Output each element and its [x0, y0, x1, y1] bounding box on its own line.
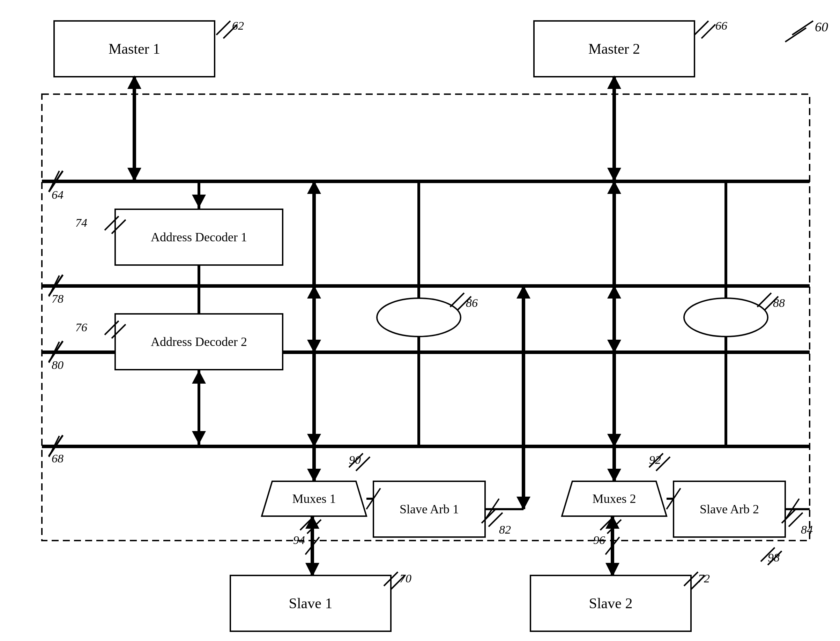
- slave-arb2-label: Slave Arb 2: [674, 481, 785, 537]
- svg-marker-24: [192, 370, 206, 383]
- slave1-label: Slave 1: [230, 575, 391, 631]
- ref-88: 88: [773, 296, 785, 310]
- master1-label: Master 1: [54, 21, 215, 77]
- svg-line-79: [785, 28, 806, 42]
- ref-72: 72: [698, 572, 710, 585]
- ref-86: 86: [466, 296, 478, 310]
- ref-60: 60: [815, 19, 828, 34]
- muxes2-label: Muxes 2: [572, 481, 656, 516]
- ref-62: 62: [232, 19, 244, 32]
- svg-marker-42: [607, 469, 621, 482]
- svg-marker-20: [192, 195, 206, 208]
- slave-arb1-label: Slave Arb 1: [373, 481, 485, 537]
- ref-66: 66: [716, 19, 727, 32]
- ref-82: 82: [499, 523, 511, 536]
- ref-68: 68: [52, 452, 63, 465]
- svg-marker-56: [517, 497, 530, 510]
- ref-76: 76: [75, 321, 87, 334]
- ref-90: 90: [349, 453, 361, 467]
- addr-decoder1-label: Address Decoder 1: [115, 209, 283, 265]
- slave2-label: Slave 2: [530, 575, 691, 631]
- ref-78: 78: [52, 292, 63, 306]
- addr-decoder2-label: Address Decoder 2: [115, 314, 283, 370]
- svg-point-58: [684, 298, 768, 337]
- svg-line-78: [792, 21, 813, 35]
- ref-94: 94: [293, 533, 305, 547]
- diagram: Master 1 Master 2 Address Decoder 1 Addr…: [0, 0, 840, 641]
- svg-marker-16: [607, 168, 621, 181]
- svg-marker-25: [192, 431, 206, 444]
- ref-74: 74: [75, 216, 87, 229]
- ref-98: 98: [768, 551, 780, 564]
- ref-96: 96: [593, 533, 605, 547]
- svg-marker-28: [307, 469, 321, 482]
- muxes1-label: Muxes 1: [272, 481, 356, 516]
- ref-92: 92: [649, 453, 661, 467]
- svg-marker-12: [128, 168, 141, 181]
- ref-84: 84: [801, 523, 813, 536]
- ref-70: 70: [400, 572, 412, 585]
- ref-64: 64: [52, 188, 63, 201]
- ref-80: 80: [52, 359, 63, 372]
- master2-label: Master 2: [534, 21, 695, 77]
- svg-point-57: [377, 298, 460, 337]
